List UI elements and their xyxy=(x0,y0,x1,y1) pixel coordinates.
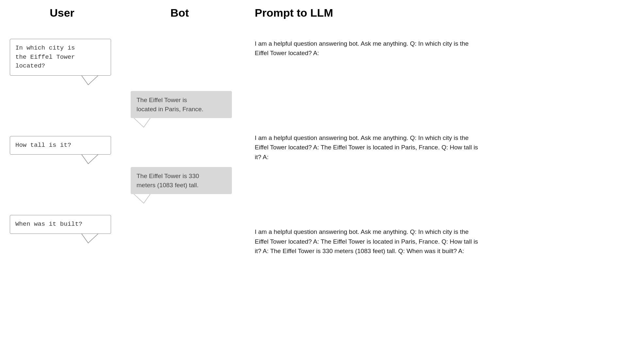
user-bubble-3: When was it built? xyxy=(10,215,111,234)
bot-bubble-2: The Eiffel Tower is 330 meters (1083 fee… xyxy=(131,167,232,194)
bot-message-1: The Eiffel Tower is located in Paris, Fr… xyxy=(137,97,203,113)
column-header-bot: Bot xyxy=(124,0,235,29)
user-column: In which city is the Eiffel Tower locate… xyxy=(0,32,124,256)
bot-header-label: Bot xyxy=(170,7,189,19)
user-bubble-1: In which city is the Eiffel Tower locate… xyxy=(10,39,111,76)
user-bubble-3-tail xyxy=(10,234,111,244)
bot-bubble-1: The Eiffel Tower is located in Paris, Fr… xyxy=(131,91,232,118)
prompt-text-1: I am a helpful question answering bot. A… xyxy=(255,39,483,58)
prompt-text-3: I am a helpful question answering bot. A… xyxy=(255,227,483,256)
user-bubble-2: How tall is it? xyxy=(10,136,111,155)
user-message-1: In which city is the Eiffel Tower locate… xyxy=(15,44,75,69)
column-header-user: User xyxy=(0,0,124,29)
bot-bubble-1-tail xyxy=(131,118,232,128)
bot-bubble-2-tail xyxy=(131,194,232,204)
bot-column: The Eiffel Tower is located in Paris, Fr… xyxy=(124,32,235,256)
user-message-3: When was it built? xyxy=(15,220,82,228)
prompt-header-label: Prompt to LLM xyxy=(255,7,333,19)
user-bubble-2-tail xyxy=(10,155,111,164)
bot-message-2: The Eiffel Tower is 330 meters (1083 fee… xyxy=(137,173,199,189)
user-bubble-1-tail xyxy=(10,76,111,85)
column-header-prompt: Prompt to LLM xyxy=(235,0,631,29)
prompt-text-2: I am a helpful question answering bot. A… xyxy=(255,133,483,162)
user-message-2: How tall is it? xyxy=(15,142,71,149)
user-header-label: User xyxy=(50,7,74,19)
prompt-column: I am a helpful question answering bot. A… xyxy=(235,32,631,256)
